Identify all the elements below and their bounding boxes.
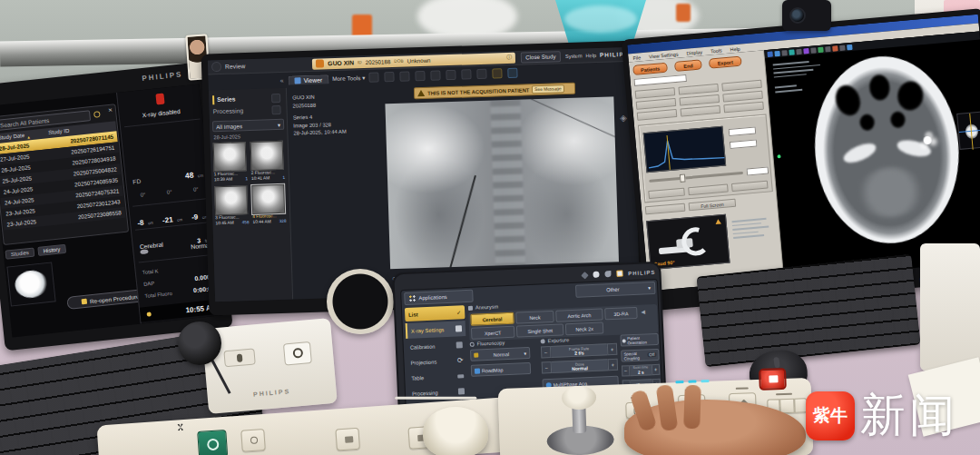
protocol-aortic-arch[interactable]: Aortic Arch bbox=[555, 308, 603, 321]
tab-review[interactable]: Review bbox=[225, 63, 246, 70]
export-series-icon[interactable] bbox=[271, 93, 280, 102]
panel-button[interactable] bbox=[648, 188, 685, 199]
protocol-xperct[interactable]: XperCT bbox=[471, 326, 515, 340]
zoom-tool-icon[interactable] bbox=[399, 71, 409, 81]
patient-orientation-button[interactable]: Patient Orientation bbox=[620, 333, 659, 347]
panel-button[interactable] bbox=[723, 102, 764, 114]
panel-button[interactable] bbox=[681, 105, 721, 117]
console-key-green[interactable] bbox=[197, 430, 228, 455]
protocol-cerebral[interactable]: Cerebral bbox=[470, 312, 514, 326]
close-study-button[interactable]: Close Study bbox=[521, 51, 561, 63]
more-tools-menu[interactable]: More Tools ▾ bbox=[332, 74, 365, 82]
patients-button[interactable]: Patients bbox=[632, 63, 668, 75]
protocol-neck[interactable]: Neck bbox=[515, 311, 554, 324]
ct-tool-icon[interactable] bbox=[789, 49, 795, 55]
console-key[interactable] bbox=[240, 429, 266, 452]
sidebar-item-xray-settings[interactable]: X-ray Settings bbox=[406, 321, 466, 339]
frame-rate-minus[interactable]: − bbox=[541, 346, 552, 358]
protocol-single-shot[interactable]: Single Shot bbox=[516, 323, 564, 337]
special-coupling-button[interactable]: Special Coupling Off bbox=[621, 349, 660, 362]
dose-minus[interactable]: − bbox=[542, 361, 553, 373]
talk-button[interactable] bbox=[223, 348, 255, 367]
slider-thumb[interactable] bbox=[680, 173, 686, 182]
tab-processing[interactable]: Processing bbox=[209, 104, 286, 118]
dose-plus[interactable]: + bbox=[608, 359, 619, 371]
screen-select-icon[interactable] bbox=[616, 270, 622, 276]
see-message-button[interactable]: See Message bbox=[532, 84, 564, 94]
pointer-tool-icon[interactable] bbox=[368, 73, 378, 83]
value-field[interactable] bbox=[730, 139, 758, 149]
snapshot-tool-icon[interactable] bbox=[476, 69, 486, 79]
menu-help[interactable]: Help bbox=[730, 45, 740, 52]
menu-tools[interactable]: Tools bbox=[710, 47, 722, 54]
sidebar-item-table[interactable]: Table bbox=[407, 369, 468, 385]
brain-roadmap-thumbnail[interactable] bbox=[6, 262, 55, 306]
ct-tool-icon[interactable] bbox=[818, 46, 824, 53]
panel-button[interactable] bbox=[678, 84, 719, 95]
panel-button[interactable] bbox=[722, 91, 763, 103]
xray-stop-button[interactable] bbox=[759, 368, 787, 391]
protocol-3dra[interactable]: 3D-RA bbox=[604, 307, 638, 321]
sidebar-item-projections[interactable]: Projections ⟳ bbox=[407, 353, 467, 370]
frame-rate-plus[interactable]: + bbox=[607, 343, 618, 355]
applications-button[interactable]: Applications bbox=[404, 290, 474, 305]
end-button[interactable]: End bbox=[674, 59, 702, 72]
menu-help[interactable]: Help bbox=[585, 52, 596, 57]
panel-button[interactable] bbox=[731, 181, 769, 192]
roadmap-button[interactable]: RoadMap bbox=[471, 362, 532, 377]
series-thumbnail-selected[interactable]: 4 Fluorosc... 10:44 AM328 bbox=[251, 184, 286, 225]
tab-viewer[interactable]: Viewer bbox=[288, 74, 328, 84]
power-button[interactable] bbox=[283, 341, 312, 366]
info-icon[interactable]: ⓘ bbox=[506, 54, 512, 62]
ct-tool-icon[interactable] bbox=[832, 45, 838, 52]
search-icon[interactable] bbox=[93, 111, 101, 118]
tab-studies[interactable]: Studies bbox=[5, 247, 34, 259]
protocol-neck-2x[interactable]: Neck 2x bbox=[565, 321, 604, 335]
value-field[interactable] bbox=[729, 126, 757, 136]
full-screen-button[interactable]: Full Screen bbox=[689, 199, 737, 211]
annotate-tool-icon[interactable] bbox=[492, 68, 502, 78]
ct-tool-icon[interactable] bbox=[810, 47, 817, 54]
panel-button[interactable] bbox=[679, 94, 720, 106]
ct-view-area[interactable] bbox=[764, 32, 980, 280]
panel-button[interactable] bbox=[636, 98, 677, 110]
console-key[interactable] bbox=[335, 428, 360, 451]
close-icon[interactable]: × bbox=[108, 106, 113, 114]
window-level-tool-icon[interactable] bbox=[415, 71, 425, 81]
orientation-compass-icon[interactable]: ◈ bbox=[620, 113, 627, 123]
ct-tool-icon[interactable] bbox=[839, 45, 846, 51]
ct-tool-icon[interactable] bbox=[767, 51, 773, 57]
scan-time-plus[interactable]: + bbox=[652, 364, 661, 375]
value-field[interactable] bbox=[747, 166, 769, 175]
ct-tool-icon[interactable] bbox=[825, 45, 831, 52]
panel-button[interactable] bbox=[635, 87, 676, 99]
compare-tool-icon[interactable] bbox=[446, 70, 456, 80]
joystick[interactable] bbox=[562, 385, 597, 410]
fluoro-mode-dropdown[interactable]: Normal ▾ bbox=[470, 347, 531, 361]
sidebar-item-list[interactable]: List ✓ bbox=[405, 305, 466, 321]
rotary-knob[interactable] bbox=[423, 407, 488, 455]
menu-system[interactable]: System bbox=[565, 53, 583, 59]
ct-tool-icon[interactable] bbox=[781, 50, 788, 56]
monitor-tool-icon[interactable] bbox=[507, 68, 517, 78]
fluoroscopy-image[interactable] bbox=[385, 96, 619, 269]
menu-display[interactable]: Display bbox=[686, 49, 702, 56]
ct-tool-icon[interactable] bbox=[847, 44, 853, 50]
series-thumbnail[interactable]: 1 Fluorosc... 10:39 AM1 bbox=[213, 142, 248, 183]
export-button[interactable]: Export bbox=[709, 56, 742, 69]
tab-history[interactable]: History bbox=[37, 244, 66, 256]
sidebar-item-calibration[interactable]: Calibration bbox=[406, 338, 466, 354]
menu-file[interactable]: File bbox=[632, 54, 641, 61]
reference-thumbnail[interactable] bbox=[956, 112, 980, 150]
panel-button[interactable] bbox=[637, 109, 678, 121]
other-dropdown[interactable]: Other ▾ bbox=[575, 282, 656, 298]
series-thumbnail[interactable]: 2 Fluorosc... 10:41 AM1 bbox=[250, 141, 285, 182]
series-thumbnail[interactable]: 3 Fluorosc... 10:45 AM458 bbox=[214, 185, 249, 226]
collapse-icon[interactable]: « bbox=[280, 77, 284, 84]
panel-button[interactable] bbox=[721, 80, 762, 92]
layout-tool-icon[interactable] bbox=[430, 70, 440, 80]
window-slider-track[interactable] bbox=[649, 172, 743, 183]
ct-tool-icon[interactable] bbox=[803, 48, 809, 54]
ct-tool-icon[interactable] bbox=[774, 50, 780, 56]
crop-tool-icon[interactable] bbox=[461, 69, 471, 79]
